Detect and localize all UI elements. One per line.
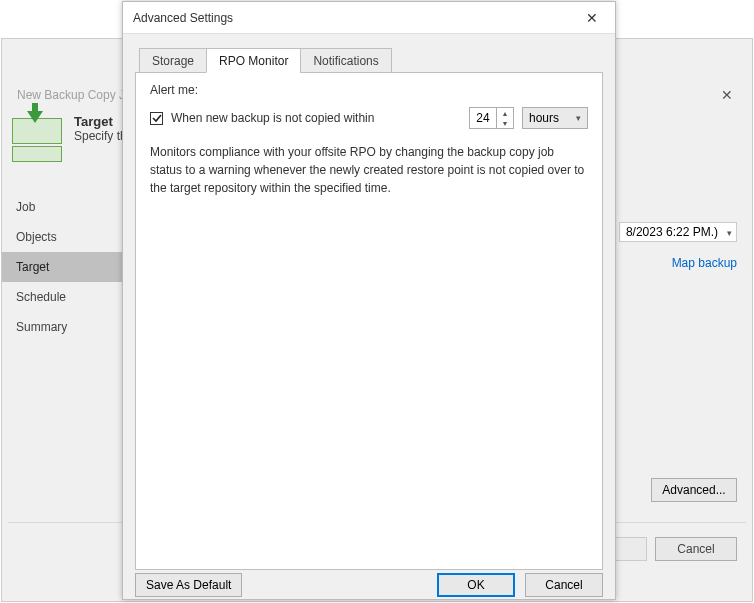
wizard-cancel-button[interactable]: Cancel [655,537,737,561]
spinner-up-icon[interactable]: ▲ [497,108,513,118]
sidebar-item-schedule[interactable]: Schedule [2,282,142,312]
wizard-step-title: Target [74,114,127,129]
cancel-button[interactable]: Cancel [525,573,603,597]
wizard-sidebar: Job Objects Target Schedule Summary [2,192,142,526]
chevron-down-icon: ▾ [727,228,732,238]
sidebar-item-objects[interactable]: Objects [2,222,142,252]
alert-row: When new backup is not copied within 24 … [150,107,588,129]
save-as-default-button[interactable]: Save As Default [135,573,242,597]
tab-rpo-monitor[interactable]: RPO Monitor [206,48,301,73]
tab-notifications[interactable]: Notifications [300,48,391,73]
chevron-down-icon: ▾ [576,113,581,123]
ok-button[interactable]: OK [437,573,515,597]
unit-dropdown[interactable]: hours ▾ [522,107,588,129]
sidebar-item-job[interactable]: Job [2,192,142,222]
advanced-button[interactable]: Advanced... [651,478,737,502]
check-icon [152,113,162,123]
close-icon[interactable]: ✕ [579,2,605,34]
alert-checkbox-label: When new backup is not copied within [171,111,374,125]
interval-value: 24 [470,108,496,128]
advanced-settings-dialog: Advanced Settings ✕ Storage RPO Monitor … [122,1,616,600]
unit-dropdown-value: hours [529,111,559,125]
dialog-title: Advanced Settings [133,2,233,34]
sidebar-item-target[interactable]: Target [2,252,142,282]
tabs-row: Storage RPO Monitor Notifications [139,46,603,72]
rpo-description: Monitors compliance with your offsite RP… [150,143,588,197]
wizard-step-desc: Specify th [74,129,127,143]
sidebar-item-summary[interactable]: Summary [2,312,142,342]
spinner-down-icon[interactable]: ▼ [497,118,513,128]
target-icon [12,118,62,162]
dialog-titlebar: Advanced Settings ✕ [123,2,615,34]
dialog-body: Storage RPO Monitor Notifications Alert … [123,34,615,570]
map-backup-link[interactable]: Map backup [672,256,737,270]
tab-pane-rpo: Alert me: When new backup is not copied … [135,72,603,570]
tab-storage[interactable]: Storage [139,48,207,73]
interval-spinner[interactable]: 24 ▲ ▼ [469,107,514,129]
alert-checkbox[interactable] [150,112,163,125]
repository-dropdown[interactable]: 8/2023 6:22 PM.) ▾ [619,222,737,242]
repository-dropdown-value: 8/2023 6:22 PM.) [626,225,718,239]
dialog-footer: Save As Default OK Cancel [123,570,615,599]
wizard-window-title: New Backup Copy Job [17,88,138,102]
wizard-close-icon[interactable]: ✕ [712,83,742,107]
alert-heading: Alert me: [150,83,588,97]
